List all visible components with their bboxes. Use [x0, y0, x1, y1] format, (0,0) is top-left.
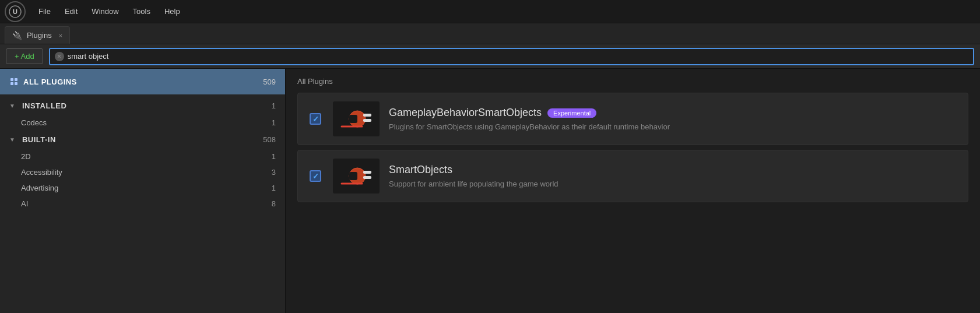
plugin-checkbox-1[interactable]: ✓: [310, 113, 321, 125]
plugin-name-1: GameplayBehaviorSmartObjects: [389, 107, 542, 119]
menu-help[interactable]: Help: [159, 5, 186, 18]
builtin-count: 508: [263, 135, 276, 144]
ue-logo: U: [5, 1, 26, 22]
sidebar-item-ai[interactable]: AI 8: [0, 196, 285, 212]
sidebar-section-builtin[interactable]: ▼ BUILT-IN 508: [0, 131, 285, 149]
sidebar-all-plugins[interactable]: ALL PLUGINS 509: [0, 69, 285, 94]
plugin-checkbox-area-1: ✓: [307, 113, 324, 125]
menu-file[interactable]: File: [33, 5, 57, 18]
search-container: ×: [49, 48, 974, 65]
svg-rect-3: [15, 78, 17, 81]
menu-edit[interactable]: Edit: [59, 5, 83, 18]
plugin-checkbox-area-2: ✓: [307, 170, 324, 182]
accessibility-label: Accessibility: [21, 168, 267, 177]
ai-label: AI: [21, 199, 267, 208]
svg-text:U: U: [13, 8, 17, 15]
tab-close-button[interactable]: ×: [59, 32, 62, 39]
all-plugins-label: ALL PLUGINS: [23, 78, 258, 86]
content-title: All Plugins: [297, 77, 968, 86]
advertising-count: 1: [272, 184, 276, 192]
svg-rect-14: [349, 172, 357, 180]
all-plugins-count: 509: [263, 78, 276, 86]
content-area: All Plugins ✓: [286, 69, 980, 313]
plugin-info-2: SmartObjects Support for ambient life po…: [389, 164, 958, 188]
plugin-info-1: GameplayBehaviorSmartObjects Experimenta…: [389, 107, 958, 131]
svg-rect-12: [363, 171, 371, 174]
svg-rect-7: [363, 114, 371, 117]
experimental-badge-1: Experimental: [547, 108, 596, 118]
plugin-tab-icon: 🔌: [12, 31, 22, 40]
menu-tools[interactable]: Tools: [127, 5, 156, 18]
menu-window[interactable]: Window: [86, 5, 124, 18]
advertising-label: Advertising: [21, 184, 267, 192]
svg-rect-2: [10, 78, 13, 81]
svg-rect-13: [363, 176, 371, 179]
svg-rect-8: [363, 119, 371, 122]
plugin-desc-2: Support for ambient life populating the …: [389, 180, 958, 188]
menu-bar: File Edit Window Tools Help: [33, 5, 186, 18]
plugin-icon-area-1: [333, 101, 380, 136]
installed-label: INSTALLED: [22, 101, 267, 110]
check-icon-1: ✓: [312, 115, 319, 124]
installed-chevron: ▼: [9, 103, 15, 109]
codecs-count: 1: [272, 118, 276, 127]
installed-count: 1: [272, 101, 276, 110]
sidebar-item-advertising[interactable]: Advertising 1: [0, 180, 285, 196]
check-icon-2: ✓: [312, 172, 319, 181]
tab-label: Plugins: [27, 31, 52, 40]
plugin-checkbox-2[interactable]: ✓: [310, 170, 321, 182]
plugin-desc-1: Plugins for SmartObjects using GameplayB…: [389, 122, 958, 131]
plugin-card-gameplay-behavior: ✓ GameplayBehavior: [297, 93, 968, 145]
tab-bar: 🔌 Plugins ×: [0, 23, 980, 44]
codecs-label: Codecs: [21, 118, 267, 127]
plugin-name-row-1: GameplayBehaviorSmartObjects Experimenta…: [389, 107, 958, 119]
main-layout: ALL PLUGINS 509 ▼ INSTALLED 1 Codecs 1 ▼…: [0, 69, 980, 313]
plugin-name-row-2: SmartObjects: [389, 164, 958, 176]
svg-rect-5: [15, 82, 17, 85]
svg-rect-4: [10, 82, 13, 85]
sidebar: ALL PLUGINS 509 ▼ INSTALLED 1 Codecs 1 ▼…: [0, 69, 286, 313]
search-clear-button[interactable]: ×: [55, 52, 64, 61]
search-input[interactable]: [68, 52, 968, 61]
all-plugins-icon: [9, 76, 19, 87]
plug-svg-2: [339, 161, 374, 191]
2d-count: 1: [272, 152, 276, 161]
sidebar-section-installed[interactable]: ▼ INSTALLED 1: [0, 97, 285, 115]
accessibility-count: 3: [272, 168, 276, 177]
plugin-name-2: SmartObjects: [389, 164, 452, 176]
2d-label: 2D: [21, 152, 267, 161]
title-bar: U File Edit Window Tools Help: [0, 0, 980, 23]
tab-plugins[interactable]: 🔌 Plugins ×: [5, 26, 70, 44]
plugin-icon-area-2: [333, 159, 380, 194]
plug-svg-1: [339, 104, 374, 133]
builtin-chevron: ▼: [9, 136, 15, 143]
sidebar-item-accessibility[interactable]: Accessibility 3: [0, 164, 285, 180]
builtin-label: BUILT-IN: [22, 135, 258, 144]
sidebar-content[interactable]: ▼ INSTALLED 1 Codecs 1 ▼ BUILT-IN 508 2D…: [0, 94, 285, 313]
ai-count: 8: [272, 199, 276, 208]
svg-rect-9: [349, 115, 357, 123]
sidebar-item-2d[interactable]: 2D 1: [0, 149, 285, 164]
add-button[interactable]: + Add: [6, 48, 43, 64]
toolbar: + Add ×: [0, 44, 980, 69]
plugin-card-smart-objects: ✓ SmartObjects Support for ambient life …: [297, 150, 968, 202]
sidebar-item-codecs[interactable]: Codecs 1: [0, 115, 285, 131]
